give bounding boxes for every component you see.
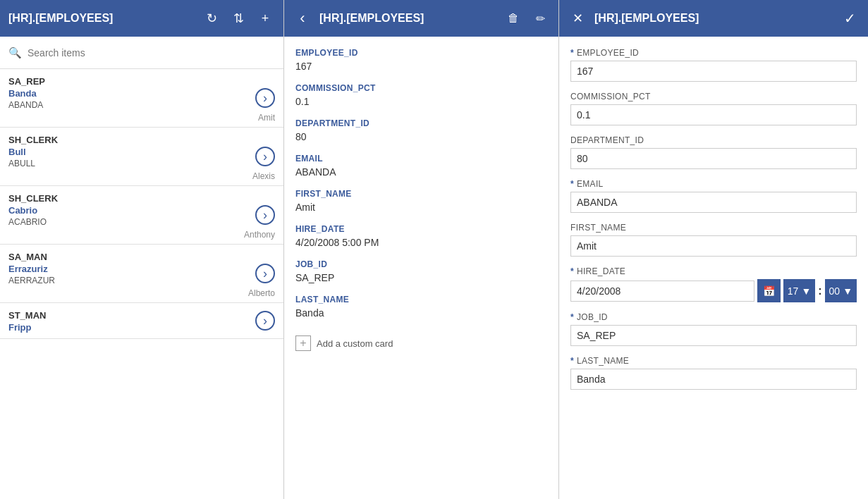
add-custom-card-button[interactable]: + Add a custom card (295, 330, 547, 357)
list-item-user: Alberto (8, 288, 275, 298)
panel2-header: ‹ [HR].[EMPLOYEES] 🗑 ✏ (284, 0, 558, 37)
detail-label: EMAIL (295, 154, 547, 164)
list-item-code: AERRAZUR (8, 276, 275, 285)
detail-label: JOB_ID (295, 259, 547, 269)
panel-detail: ‹ [HR].[EMPLOYEES] 🗑 ✏ EMPLOYEE_ID 167 C… (284, 0, 559, 499)
form-field: COMMISSION_PCT (570, 92, 857, 125)
list-item-code: ABULL (8, 159, 275, 168)
panel2-title: [HR].[EMPLOYEES] (319, 12, 496, 25)
search-input[interactable] (27, 47, 275, 58)
add-card-label: Add a custom card (317, 338, 393, 349)
detail-value: Amit (295, 202, 547, 213)
minute-chevron-icon: ▼ (843, 285, 852, 297)
hour-chevron-icon: ▼ (801, 285, 811, 297)
search-bar: 🔍 (0, 37, 283, 69)
detail-value: ABANDA (295, 166, 547, 178)
panel1-header: [HR].[EMPLOYEES] ↻ ⇅ + (0, 0, 283, 37)
form-field: *LAST_NAME (570, 356, 857, 390)
form-label: FIRST_NAME (570, 223, 857, 233)
list-item-job: SH_CLERK (8, 135, 275, 145)
list-item-arrow-icon[interactable]: › (255, 88, 275, 108)
form-field: FIRST_NAME (570, 223, 857, 257)
add-card-icon: + (295, 335, 311, 351)
date-input[interactable] (570, 281, 754, 302)
required-star: * (570, 266, 574, 276)
list-item[interactable]: SH_CLERK Bull ABULL Alexis › (0, 128, 283, 186)
detail-field: EMAIL ABANDA (295, 154, 547, 178)
panel-list: [HR].[EMPLOYEES] ↻ ⇅ + 🔍 SA_REP Banda AB… (0, 0, 284, 499)
list-item-name: Cabrio (8, 205, 275, 216)
form-field: *JOB_ID (570, 312, 857, 346)
list-item-user: Alexis (8, 171, 275, 181)
detail-field: LAST_NAME Banda (295, 295, 547, 319)
form-label: *HIRE_DATE (570, 266, 857, 276)
form-input[interactable] (570, 369, 857, 390)
refresh-icon[interactable]: ↻ (202, 8, 221, 28)
detail-label: COMMISSION_PCT (295, 83, 547, 93)
form-field: *HIRE_DATE 📅 17 ▼ : 00 ▼ (570, 266, 857, 302)
form-label: *LAST_NAME (570, 356, 857, 366)
panel-edit: ✕ [HR].[EMPLOYEES] ✓ *EMPLOYEE_ID COMMIS… (559, 0, 868, 499)
check-icon[interactable]: ✓ (840, 8, 860, 28)
form-input[interactable] (570, 325, 857, 346)
search-icon: 🔍 (8, 47, 22, 59)
list-item-arrow-icon[interactable]: › (255, 147, 275, 166)
add-icon[interactable]: + (255, 8, 275, 28)
back-icon[interactable]: ‹ (293, 8, 312, 28)
delete-icon[interactable]: 🗑 (503, 8, 523, 28)
form-input[interactable] (570, 192, 857, 213)
list-item-code: ACABRIO (8, 217, 275, 227)
list-container: SA_REP Banda ABANDA Amit › SH_CLERK Bull… (0, 69, 283, 499)
form-input[interactable] (570, 148, 857, 169)
detail-label: HIRE_DATE (295, 224, 547, 234)
detail-field: JOB_ID SA_REP (295, 259, 547, 283)
list-item-arrow-icon[interactable]: › (255, 205, 275, 225)
detail-label: LAST_NAME (295, 295, 547, 304)
detail-field: DEPARTMENT_ID 80 (295, 118, 547, 142)
hour-value: 17 (788, 285, 799, 297)
list-item-name: Bull (8, 147, 275, 157)
panel3-header: ✕ [HR].[EMPLOYEES] ✓ (559, 0, 868, 37)
form-input[interactable] (570, 61, 857, 82)
required-star: * (570, 179, 574, 189)
detail-value: 167 (295, 61, 547, 72)
detail-value: 4/20/2008 5:00 PM (295, 237, 547, 248)
list-item-job: SA_REP (8, 76, 275, 87)
close-icon[interactable]: ✕ (568, 8, 587, 28)
list-item-job: SA_MAN (8, 252, 275, 262)
list-item-code: ABANDA (8, 100, 275, 110)
list-item-name: Errazuriz (8, 264, 275, 274)
required-star: * (570, 48, 574, 58)
form-label: *JOB_ID (570, 312, 857, 322)
date-row: 📅 17 ▼ : 00 ▼ (570, 279, 857, 302)
detail-label: DEPARTMENT_ID (295, 118, 547, 128)
list-item[interactable]: SH_CLERK Cabrio ACABRIO Anthony › (0, 186, 283, 245)
hour-select[interactable]: 17 ▼ (783, 279, 815, 302)
form-input[interactable] (570, 104, 857, 125)
form-label: DEPARTMENT_ID (570, 135, 857, 145)
detail-label: FIRST_NAME (295, 189, 547, 199)
list-item-arrow-icon[interactable]: › (255, 264, 275, 283)
detail-value: 80 (295, 131, 547, 142)
detail-label: EMPLOYEE_ID (295, 48, 547, 58)
list-item[interactable]: SA_MAN Errazuriz AERRAZUR Alberto › (0, 245, 283, 303)
list-item[interactable]: ST_MAN Fripp › (0, 303, 283, 339)
list-item[interactable]: SA_REP Banda ABANDA Amit › (0, 69, 283, 128)
list-item-arrow-icon[interactable]: › (255, 311, 275, 331)
detail-field: COMMISSION_PCT 0.1 (295, 83, 547, 107)
form-container: *EMPLOYEE_ID COMMISSION_PCT DEPARTMENT_I… (559, 37, 868, 499)
form-input[interactable] (570, 235, 857, 257)
panel1-title: [HR].[EMPLOYEES] (8, 12, 195, 25)
calendar-button[interactable]: 📅 (757, 279, 781, 302)
sort-icon[interactable]: ⇅ (228, 8, 248, 28)
list-item-user: Amit (8, 113, 275, 123)
form-label: *EMPLOYEE_ID (570, 48, 857, 58)
edit-icon[interactable]: ✏ (530, 8, 550, 28)
list-item-job: SH_CLERK (8, 193, 275, 204)
list-item-job: ST_MAN (8, 310, 275, 321)
form-field: *EMPLOYEE_ID (570, 48, 857, 82)
list-item-name: Fripp (8, 322, 275, 333)
minute-select[interactable]: 00 ▼ (825, 279, 857, 302)
detail-field: HIRE_DATE 4/20/2008 5:00 PM (295, 224, 547, 248)
list-item-user: Anthony (8, 230, 275, 240)
